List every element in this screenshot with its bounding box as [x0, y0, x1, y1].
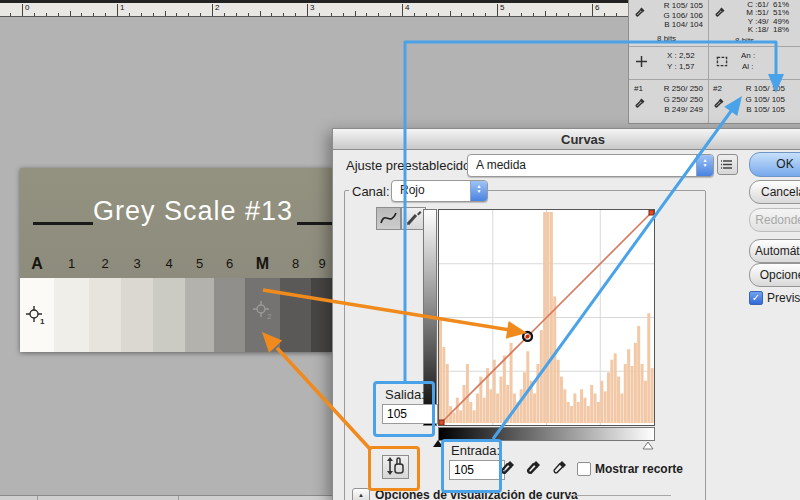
svg-text:2: 2 [267, 312, 272, 321]
svg-text:1: 1 [40, 317, 45, 326]
step-label: 1 [54, 253, 89, 275]
grey-patch [311, 278, 333, 352]
show-clipping-label: Mostrar recorte [595, 462, 683, 476]
info-rgb-values: R 105/ 105 G 106/ 106 B 104/ 104 [645, 1, 703, 30]
smooth-button: Redondear [749, 208, 800, 232]
step-label: 9 [311, 253, 333, 275]
info-width: An : [741, 51, 755, 60]
auto-button[interactable]: Automático [749, 239, 800, 263]
ruler-number: 4 [405, 3, 409, 12]
info-panel: R 105/ 105 G 106/ 106 B 104/ 104 8 bits … [628, 0, 800, 124]
channel-select[interactable]: Rojo ▲▼ [391, 180, 488, 202]
color-sampler-2: 2 [252, 300, 274, 322]
curve-graph[interactable] [438, 209, 655, 426]
cancel-button[interactable]: Cancelar [749, 180, 800, 204]
title-underline-left [33, 222, 93, 225]
step-label: 2 [89, 253, 121, 275]
ruler-number: 0 [25, 3, 29, 12]
options-button[interactable]: Opciones [749, 263, 800, 287]
ruler-number: 1 [120, 3, 124, 12]
greyscale-title: Grey Scale #13 [93, 196, 293, 227]
dialog-title: Curvas [561, 132, 605, 147]
eyedropper-icon[interactable] [714, 6, 726, 20]
step-label: 4 [153, 253, 185, 275]
info-cmyk-values: C :61/ 61% M :51/ 51% Y :49/ 49% K :18/ … [727, 1, 789, 35]
preview-checkbox[interactable]: ✓ [749, 291, 763, 305]
step-label: 3 [121, 253, 153, 275]
ruler-number: 2 [215, 3, 219, 12]
grey-patch [214, 278, 245, 352]
greyscale-image[interactable]: Grey Scale #13 A123456M89 1 2 [20, 168, 333, 352]
ok-button[interactable]: OK [749, 152, 800, 177]
eyedropper-icon [713, 97, 725, 111]
color-sampler-1: 1 [25, 305, 47, 327]
white-eyedropper-icon[interactable] [551, 458, 568, 480]
step-label: 6 [214, 253, 245, 275]
ruler-number: 5 [500, 3, 504, 12]
horizontal-ruler[interactable]: 0123456 [0, 3, 628, 17]
crosshair-icon [636, 56, 647, 69]
sampler2-values: R 105/ 105 G 105/ 105 B 105/ 105 [729, 84, 785, 116]
step-label: 5 [185, 253, 214, 275]
grey-patch [89, 278, 121, 352]
sampler1-id: #1 [634, 84, 643, 93]
preset-value: A medida [476, 158, 526, 172]
document-status-bar [0, 495, 337, 500]
preset-select[interactable]: A medida ▲▼ [467, 154, 714, 177]
greyscale-step-labels: A123456M89 [20, 253, 333, 275]
curve-point-tool-button[interactable] [376, 207, 401, 230]
show-clipping-checkbox[interactable] [577, 462, 591, 476]
info-height: Al : [742, 62, 754, 71]
hand-tool-highlight-box [368, 446, 420, 491]
dialog-title-bar[interactable]: Curvas [333, 129, 800, 150]
grey-patch [121, 278, 153, 352]
grey-patch [153, 278, 185, 352]
input-highlight-box [441, 439, 502, 493]
greyscale-patches [20, 278, 333, 352]
ruler-number: 6 [595, 3, 599, 12]
title-underline-right [297, 222, 333, 225]
preset-options-button[interactable] [717, 154, 738, 175]
sampler2-id: #2 [713, 84, 722, 93]
step-label: A [20, 253, 54, 275]
selection-size-icon [716, 56, 728, 69]
output-highlight-box [373, 381, 435, 437]
sampler1-values: R 250/ 250 G 250/ 250 B 249/ 249 [647, 84, 703, 116]
grey-patch [54, 278, 89, 352]
photoshop-workspace: 0123456 Grey Scale #13 A123456M89 1 2 [0, 0, 800, 500]
curves-dialog: Curvas Ajuste preestablecido: A medida ▲… [332, 128, 800, 500]
stepper-icon: ▲▼ [696, 155, 713, 176]
info-cmyk-depth: 8 bits [735, 36, 754, 45]
ruler-number: 3 [310, 3, 314, 12]
curve-display-options-disclosure[interactable]: ▲ [352, 488, 370, 500]
eyedropper-icon [634, 97, 646, 111]
info-cursor-y: Y : 1,57 [667, 62, 694, 71]
divider [567, 495, 671, 496]
info-rgb-depth: 8 bits [657, 34, 676, 43]
grey-patch [185, 278, 214, 352]
channel-value: Rojo [400, 183, 425, 197]
grey-eyedropper-icon[interactable] [525, 458, 542, 480]
info-cursor-x: X : 2,52 [667, 51, 695, 60]
channel-label: Canal: [349, 184, 393, 199]
step-label: 8 [280, 253, 311, 275]
stepper-icon: ▲▼ [470, 181, 487, 201]
preview-label: Previsualizar [767, 291, 800, 305]
preset-label: Ajuste preestablecido: [346, 158, 474, 173]
grey-patch [280, 278, 311, 352]
step-label: M [245, 253, 280, 275]
white-point-slider[interactable] [642, 439, 654, 453]
